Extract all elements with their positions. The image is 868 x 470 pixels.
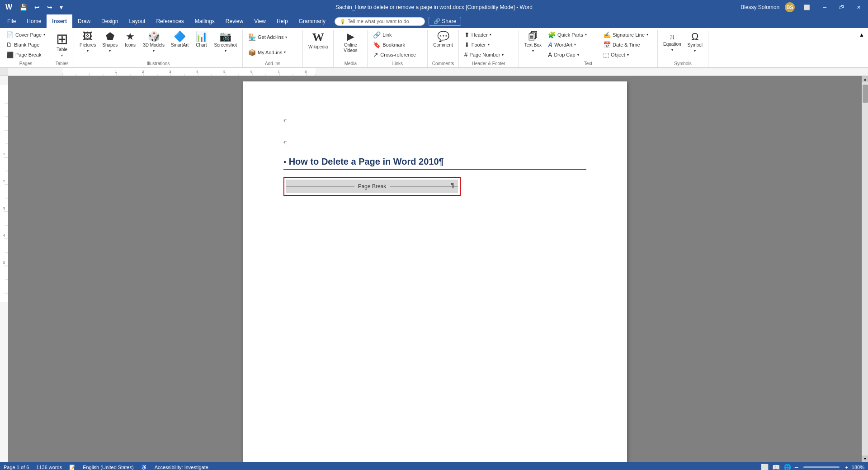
- comments-group-items: 💬 Comment: [430, 30, 455, 60]
- cross-reference-button[interactable]: ↗ Cross-reference: [370, 50, 425, 59]
- media-group-items: ▶ Online Videos: [336, 30, 364, 60]
- pages-group-items: 📄 Cover Page ▾ 🗋 Blank Page ⬛ Page Break: [5, 30, 47, 60]
- link-button[interactable]: 🔗 Link: [370, 30, 425, 39]
- symbol-button[interactable]: Ω Symbol ▾: [685, 30, 705, 55]
- footer-button[interactable]: ⬇ Footer ▾: [462, 40, 516, 49]
- page-break-text: Page Break: [354, 183, 390, 190]
- get-addins-button[interactable]: 🏪 Get Add-ins ▾: [245, 33, 300, 42]
- scroll-up-button[interactable]: ▲: [862, 76, 868, 82]
- word-logo-icon: W: [4, 3, 14, 12]
- text-box-button[interactable]: 🗐 Text Box ▾: [522, 30, 544, 55]
- zoom-slider[interactable]: [803, 466, 840, 468]
- my-addins-icon: 📦: [248, 49, 256, 56]
- user-avatar[interactable]: BS: [785, 2, 795, 12]
- tab-grammarly[interactable]: Grammarly: [293, 14, 331, 28]
- shapes-button[interactable]: ⬟ Shapes ▾: [99, 30, 120, 55]
- document-scroll-area[interactable]: ¶ ¶ How to Delete a Page in Word 2010¶ P…: [8, 76, 862, 462]
- zoom-level: 180%: [852, 465, 864, 470]
- symbols-group-items: π Equation ▾ Ω Symbol ▾: [660, 30, 705, 60]
- tab-home[interactable]: Home: [21, 14, 47, 28]
- object-button[interactable]: ⬚ Object ▾: [600, 50, 655, 59]
- page-info: Page 1 of 6: [4, 465, 29, 470]
- signature-line-button[interactable]: ✍ Signature Line ▾: [600, 30, 655, 39]
- undo-button[interactable]: ↩: [33, 3, 42, 12]
- blank-page-button[interactable]: 🗋 Blank Page: [5, 40, 47, 49]
- drop-cap-button[interactable]: A Drop Cap ▾: [545, 50, 599, 59]
- word-count: 1136 words: [36, 465, 62, 470]
- symbol-icon: Ω: [691, 32, 698, 42]
- customize-quick-access-button[interactable]: ▾: [58, 3, 65, 12]
- date-time-button[interactable]: 📅 Date & Time: [600, 40, 655, 49]
- 3d-dropdown-arrow: ▾: [153, 49, 155, 53]
- cross-reference-icon: ↗: [373, 51, 378, 58]
- tab-file[interactable]: File: [2, 14, 21, 28]
- ribbon-display-options-button[interactable]: ⬜: [800, 4, 814, 11]
- date-time-icon: 📅: [603, 41, 611, 48]
- smartart-icon: 🔷: [174, 32, 186, 42]
- table-button[interactable]: ⊞ Table ▾: [53, 30, 71, 59]
- scroll-down-button[interactable]: ▼: [862, 456, 868, 462]
- tab-layout[interactable]: Layout: [123, 14, 151, 28]
- redo-button[interactable]: ↪: [45, 3, 54, 12]
- tab-references[interactable]: References: [151, 14, 189, 28]
- heading-text: How to Delete a Page in Word 2010¶: [289, 157, 444, 167]
- drop-cap-dropdown: ▾: [577, 53, 579, 57]
- web-layout-button[interactable]: 🌐: [783, 464, 791, 470]
- ribbon-group-pages: 📄 Cover Page ▾ 🗋 Blank Page ⬛ Page Break…: [2, 30, 50, 67]
- bookmark-icon: 🔖: [373, 41, 381, 48]
- header-button[interactable]: ⬆ Header ▾: [462, 30, 516, 39]
- save-button[interactable]: 💾: [18, 3, 29, 12]
- my-addins-button[interactable]: 📦 My Add-ins ▾: [245, 48, 300, 57]
- ribbon-tabs: File Home Insert Draw Design Layout Refe…: [0, 14, 868, 28]
- page-number-button[interactable]: # Page Number ▾: [462, 50, 516, 59]
- chart-icon: 📊: [195, 32, 208, 42]
- collapse-ribbon-button[interactable]: ▲: [857, 30, 866, 40]
- pictures-button[interactable]: 🖼 Pictures ▾: [77, 30, 99, 55]
- page-break-selection[interactable]: Page Break ¶: [283, 177, 461, 196]
- vertical-scrollbar[interactable]: ▲ ▼: [862, 76, 868, 462]
- table-icon: ⊞: [56, 32, 68, 46]
- bookmark-button[interactable]: 🔖 Bookmark: [370, 40, 425, 49]
- scroll-thumb[interactable]: [863, 85, 868, 103]
- tab-mailings[interactable]: Mailings: [189, 14, 220, 28]
- close-button[interactable]: ✕: [853, 4, 864, 11]
- tab-design[interactable]: Design: [96, 14, 123, 28]
- title-bar-right: Blessy Solomon BS ⬜ ─ 🗗 ✕: [741, 2, 864, 12]
- quick-parts-button[interactable]: 🧩 Quick Parts ▾: [545, 30, 599, 39]
- wordart-button[interactable]: A WordArt ▾: [545, 40, 599, 49]
- tab-insert[interactable]: Insert: [47, 14, 72, 28]
- language-icon: 📝: [69, 465, 75, 470]
- icons-button[interactable]: ★ Icons: [121, 30, 139, 50]
- tab-review[interactable]: Review: [220, 14, 249, 28]
- tab-help[interactable]: Help: [271, 14, 293, 28]
- text-group-items: 🗐 Text Box ▾ 🧩 Quick Parts ▾ A WordArt ▾…: [522, 30, 655, 60]
- tab-draw[interactable]: Draw: [72, 14, 96, 28]
- tab-view[interactable]: View: [249, 14, 271, 28]
- share-button[interactable]: 🔗 Share: [429, 17, 461, 26]
- wikipedia-button[interactable]: W Wikipedia: [306, 30, 330, 52]
- smartart-button[interactable]: 🔷 SmartArt: [168, 30, 191, 50]
- minimize-button[interactable]: ─: [819, 4, 830, 11]
- comment-button[interactable]: 💬 Comment: [430, 30, 455, 50]
- cover-page-button[interactable]: 📄 Cover Page ▾: [5, 30, 47, 39]
- equation-button[interactable]: π Equation ▾: [660, 30, 684, 54]
- read-mode-button[interactable]: 📖: [772, 464, 780, 470]
- signature-line-icon: ✍: [603, 31, 611, 38]
- zoom-minus-icon: ─: [795, 465, 798, 470]
- print-layout-button[interactable]: ⬜: [761, 464, 769, 470]
- chart-button[interactable]: 📊 Chart: [192, 30, 210, 50]
- equation-dropdown: ▾: [671, 48, 673, 52]
- quick-parts-dropdown: ▾: [585, 33, 587, 37]
- screenshot-button[interactable]: 📷 Screenshot ▾: [211, 30, 240, 55]
- text-right-col2: ✍ Signature Line ▾ 📅 Date & Time ⬚ Objec…: [600, 30, 655, 60]
- restore-button[interactable]: 🗗: [835, 4, 848, 11]
- 3d-models-button[interactable]: 🎲 3D Models ▾: [140, 30, 167, 55]
- header-footer-group-items: ⬆ Header ▾ ⬇ Footer ▾ # Page Number ▾: [462, 30, 516, 60]
- online-videos-button[interactable]: ▶ Online Videos: [336, 30, 364, 55]
- icons-icon: ★: [126, 32, 135, 42]
- scroll-track[interactable]: [862, 82, 868, 456]
- page-break-button[interactable]: ⬛ Page Break: [5, 51, 47, 59]
- svg-text:5: 5: [3, 261, 5, 265]
- equation-icon: π: [670, 32, 675, 41]
- tell-me-input[interactable]: 💡 Tell me what you want to do: [335, 17, 425, 26]
